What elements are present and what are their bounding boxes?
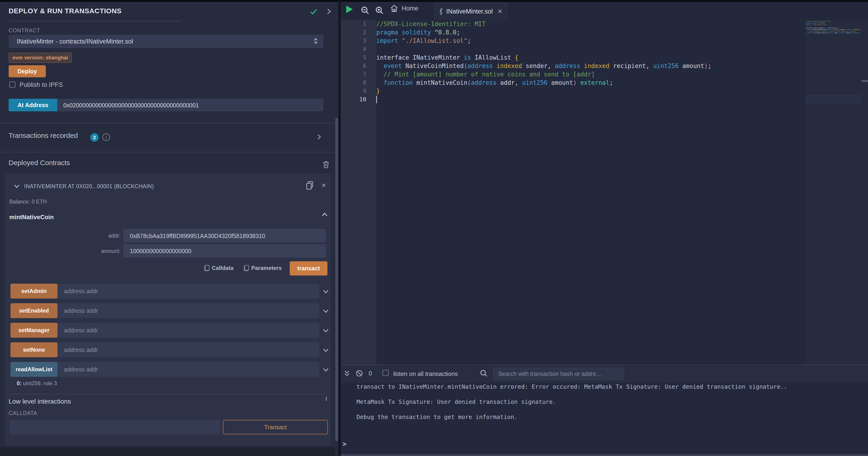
addr-field-label: addr: bbox=[93, 233, 121, 239]
listen-all-transactions-checkbox[interactable] bbox=[382, 370, 389, 376]
setAdmin-button[interactable]: setAdmin bbox=[10, 284, 58, 298]
code-line: } bbox=[806, 33, 861, 35]
trash-icon[interactable] bbox=[322, 161, 330, 169]
editor-scrollbar-marker[interactable] bbox=[862, 80, 868, 82]
chevron-down-icon[interactable] bbox=[322, 346, 329, 353]
instance-title: INATIVEMINTER AT 0X020...00001 (BLOCKCHA… bbox=[24, 183, 154, 190]
panel-scrollbar[interactable] bbox=[335, 118, 338, 441]
section-separator bbox=[0, 152, 335, 152]
code-line: } bbox=[376, 87, 806, 95]
addr-field-input[interactable]: 0xB78cbAa319ffBD899951AA30D4320f58189383… bbox=[123, 229, 326, 243]
readAllowList-button[interactable]: readAllowList bbox=[10, 362, 58, 377]
amount-field-value: 1000000000000000000 bbox=[130, 248, 191, 255]
terminal-log-line: Debug the transaction to get more inform… bbox=[356, 414, 787, 420]
line-number: 10 bbox=[341, 95, 366, 104]
instance-close-icon[interactable]: × bbox=[321, 181, 326, 190]
at-address-button[interactable]: At Address bbox=[9, 99, 57, 111]
amount-field-input[interactable]: 1000000000000000000 bbox=[123, 244, 326, 258]
deploy-button[interactable]: Deploy bbox=[9, 65, 46, 77]
at-address-input[interactable]: 0x02000000000000000000000000000000000000… bbox=[63, 102, 199, 109]
transact-button[interactable]: transact bbox=[290, 261, 328, 276]
tab-home[interactable]: Home bbox=[390, 4, 418, 12]
amount-field-label: amount: bbox=[93, 248, 121, 254]
window-top-strip bbox=[0, 0, 868, 2]
low-level-calldata-input[interactable] bbox=[10, 420, 220, 434]
search-icon bbox=[480, 369, 488, 377]
line-number: 4 bbox=[341, 45, 366, 53]
double-chevron-down-icon[interactable] bbox=[343, 370, 350, 377]
function-row: address addrsetNone bbox=[10, 342, 331, 357]
low-level-title: Low level interactions bbox=[9, 398, 71, 405]
setNone-button[interactable]: setNone bbox=[10, 342, 58, 357]
terminal-bar: 0 listen on all transactions bbox=[341, 365, 868, 382]
chevron-down-icon[interactable] bbox=[322, 307, 329, 314]
setManager-button[interactable]: setManager bbox=[10, 323, 58, 338]
copy-icon bbox=[204, 265, 210, 271]
line-number: 2 bbox=[341, 28, 366, 36]
function-input-placeholder: address addr bbox=[64, 288, 98, 294]
contract-label: CONTRACT bbox=[9, 27, 40, 34]
code-line: event NativeCoinMinted(address indexed s… bbox=[806, 29, 861, 30]
terminal-tx-count: 0 bbox=[369, 370, 372, 377]
title-underline bbox=[9, 21, 181, 22]
code-line: //SPDX-License-Identifier: MIT bbox=[376, 20, 806, 28]
chevron-right-icon[interactable] bbox=[325, 8, 332, 15]
terminal-log-line: MetaMask Tx Signature: User denied trans… bbox=[356, 398, 787, 405]
setEnabled-button[interactable]: setEnabled bbox=[10, 303, 58, 318]
function-row: address addrsetManager bbox=[10, 323, 331, 338]
transactions-recorded-label: Transactions recorded bbox=[9, 132, 78, 140]
info-icon[interactable]: i bbox=[102, 134, 110, 141]
code-line: event NativeCoinMinted(address indexed s… bbox=[376, 62, 806, 70]
transactions-expand-icon[interactable] bbox=[316, 134, 322, 140]
function-input-placeholder: address addr bbox=[64, 327, 98, 334]
info-icon[interactable]: i bbox=[325, 395, 327, 402]
function-row: address addrsetEnabled bbox=[10, 303, 331, 318]
zoom-out-icon[interactable] bbox=[361, 6, 370, 15]
function-collapse-icon[interactable] bbox=[321, 211, 328, 218]
calldata-button[interactable]: Calldata bbox=[204, 265, 234, 271]
tab-file-label: INativeMinter.sol bbox=[446, 8, 493, 15]
ban-icon[interactable] bbox=[355, 370, 363, 377]
code-line bbox=[376, 95, 806, 104]
solidity-icon bbox=[439, 7, 443, 16]
line-number: 6 bbox=[341, 62, 366, 70]
publish-ipfs-checkbox[interactable] bbox=[9, 82, 16, 88]
instance-collapse-icon[interactable] bbox=[13, 183, 20, 189]
deployed-contracts-title: Deployed Contracts bbox=[9, 159, 70, 167]
publish-ipfs-label: Publish to IPFS bbox=[20, 81, 63, 88]
line-number: 7 bbox=[341, 70, 366, 79]
tab-close-icon[interactable]: ✕ bbox=[497, 8, 502, 15]
function-input-placeholder: address addr bbox=[64, 346, 98, 353]
function-rows: address addrsetAdminaddress addrsetEnabl… bbox=[10, 284, 331, 381]
open-function-name[interactable]: mintNativeCoin bbox=[9, 213, 54, 221]
check-icon bbox=[310, 7, 318, 16]
terminal-search-input[interactable] bbox=[493, 368, 624, 380]
chevron-down-icon[interactable] bbox=[322, 366, 329, 373]
evm-version-badge: evm version: shanghai bbox=[9, 53, 72, 63]
tab-inativeminter-sol[interactable]: INativeMinter.sol ✕ bbox=[435, 3, 507, 20]
terminal-prompt[interactable]: > bbox=[343, 440, 346, 448]
code-line: pragma solidity ^0.8.0; bbox=[376, 28, 806, 36]
deploy-run-panel: DEPLOY & RUN TRANSACTIONS CONTRACT INati… bbox=[0, 2, 335, 456]
panel-editor-divider[interactable] bbox=[338, 0, 341, 456]
editor-gutter: 12345678910 bbox=[341, 20, 376, 365]
code-area[interactable]: //SPDX-License-Identifier: MITpragma sol… bbox=[376, 20, 806, 365]
copy-icon[interactable] bbox=[306, 181, 314, 190]
contract-select[interactable]: INativeMinter - contracts/INativeMinter.… bbox=[9, 35, 323, 48]
line-number: 8 bbox=[341, 79, 366, 87]
run-script-icon[interactable] bbox=[346, 6, 353, 13]
code-line: import "./IAllowList.sol"; bbox=[376, 36, 806, 45]
zoom-in-icon[interactable] bbox=[375, 6, 384, 15]
low-level-transact-button[interactable]: Transact bbox=[223, 420, 328, 434]
line-number: 9 bbox=[341, 87, 366, 95]
output-value: uint256: role 3 bbox=[23, 380, 57, 387]
chevron-down-icon[interactable] bbox=[322, 288, 329, 295]
listen-all-transactions-label: listen on all transactions bbox=[393, 370, 458, 377]
function-input-placeholder: address addr bbox=[64, 366, 98, 373]
minimap[interactable]: //SPDX-License-Identifier: MITpragma sol… bbox=[806, 21, 861, 58]
code-line: // Mint [amount] number of native coins … bbox=[376, 70, 806, 79]
editor-toolbar bbox=[341, 2, 868, 20]
terminal-bottom-scrollbar[interactable] bbox=[341, 454, 868, 456]
parameters-button[interactable]: Parameters bbox=[244, 265, 282, 271]
chevron-down-icon[interactable] bbox=[322, 327, 329, 334]
